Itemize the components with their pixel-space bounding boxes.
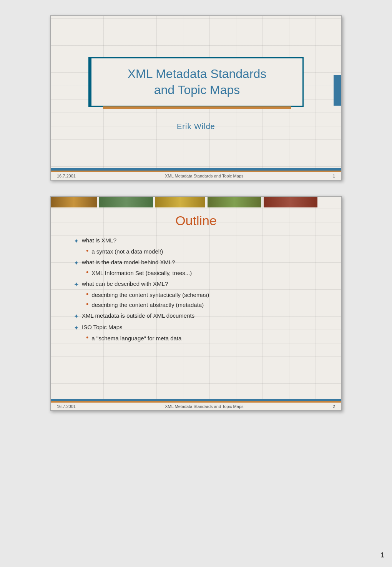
- slide2-footer: 16.7.2001 XML Metadata Standards and Top…: [51, 399, 341, 410]
- dot-bullet-icon-2-0: •: [86, 290, 88, 299]
- sub-item-text-0-0: a syntax (not a data model!): [91, 247, 163, 256]
- footer-page-2: 2: [333, 404, 335, 409]
- dot-bullet-icon-1-0: •: [86, 269, 88, 277]
- footer-content: 16.7.2001 XML Metadata Standards and Top…: [51, 172, 341, 180]
- footer-content-2: 16.7.2001 XML Metadata Standards and Top…: [51, 403, 341, 410]
- top-bar-segment-1: [51, 197, 97, 207]
- footer-title: XML Metadata Standards and Topic Maps: [165, 174, 243, 178]
- sub-item-0-0: •a syntax (not a data model!): [86, 247, 318, 256]
- outline-item-1: ✦what is the data model behind XML?•XML …: [74, 258, 318, 278]
- outline-item-text-0: what is XML?: [82, 236, 116, 245]
- top-bar-segment-3: [155, 197, 205, 207]
- top-bar-segment-5: [264, 197, 317, 207]
- outline-item-text-2: what can be described with XML?: [82, 279, 168, 288]
- title-line1: XML Metadata Standards: [128, 67, 267, 81]
- dot-bullet-icon-4-0: •: [86, 334, 88, 342]
- sub-item-text-4-0: a "schema language" for meta data: [91, 334, 181, 343]
- right-accent-bar: [334, 75, 341, 106]
- sub-item-2-1: •describing the content abstractly (meta…: [86, 300, 318, 310]
- slide1-content: XML Metadata Standards and Topic Maps Er…: [51, 16, 341, 180]
- page-number: 1: [380, 551, 384, 559]
- sub-item-1-0: •XML Information Set (basically, trees..…: [86, 269, 318, 278]
- footer-title-2: XML Metadata Standards and Topic Maps: [165, 404, 243, 409]
- slide-1: XML Metadata Standards and Topic Maps Er…: [50, 15, 342, 181]
- top-decorative-bar: [51, 197, 341, 207]
- star-bullet-icon-1: ✦: [74, 258, 79, 268]
- star-bullet-icon-0: ✦: [74, 236, 79, 246]
- star-bullet-icon-3: ✦: [74, 312, 79, 322]
- outline-list: ✦what is XML?•a syntax (not a data model…: [74, 236, 318, 343]
- dot-bullet-icon-2-1: •: [86, 300, 88, 309]
- sub-item-4-0: •a "schema language" for meta data: [86, 334, 318, 343]
- slide2-main-content: Outline ✦what is XML?•a syntax (not a da…: [51, 207, 341, 368]
- outline-item-text-4: ISO Topic Maps: [82, 323, 123, 332]
- star-bullet-icon-4: ✦: [74, 323, 79, 333]
- outline-item-0: ✦what is XML?•a syntax (not a data model…: [74, 236, 318, 256]
- footer-date-2: 16.7.2001: [57, 404, 76, 409]
- top-bar-segment-4: [208, 197, 261, 207]
- sub-item-2-0: •describing the content syntactically (s…: [86, 290, 318, 300]
- sub-item-text-2-1: describing the content abstractly (metad…: [91, 300, 204, 310]
- sub-item-text-1-0: XML Information Set (basically, trees...…: [91, 269, 192, 278]
- sub-item-text-2-0: describing the content syntactically (sc…: [91, 290, 209, 300]
- outline-item-text-1: what is the data model behind XML?: [82, 258, 175, 267]
- star-bullet-icon-2: ✦: [74, 280, 79, 290]
- slide1-footer: 16.7.2001 XML Metadata Standards and Top…: [51, 168, 341, 180]
- outline-item-text-3: XML metadata is outside of XML documents: [82, 311, 194, 320]
- footer-date: 16.7.2001: [57, 174, 76, 178]
- footer-page: 1: [333, 174, 335, 178]
- title-box: XML Metadata Standards and Topic Maps: [88, 57, 304, 107]
- outline-item-2: ✦what can be described with XML?•describ…: [74, 279, 318, 310]
- slide-2: Outline ✦what is XML?•a syntax (not a da…: [50, 196, 342, 411]
- slide1-title: XML Metadata Standards and Topic Maps: [103, 66, 291, 98]
- outline-item-3: ✦XML metadata is outside of XML document…: [74, 311, 318, 322]
- top-bar-segment-2: [99, 197, 153, 207]
- slide2-title: Outline: [74, 211, 318, 228]
- title-line2: and Topic Maps: [154, 83, 240, 97]
- outline-item-4: ✦ISO Topic Maps•a "schema language" for …: [74, 323, 318, 343]
- author-name: Erik Wilde: [177, 122, 215, 131]
- dot-bullet-icon-0-0: •: [86, 247, 88, 255]
